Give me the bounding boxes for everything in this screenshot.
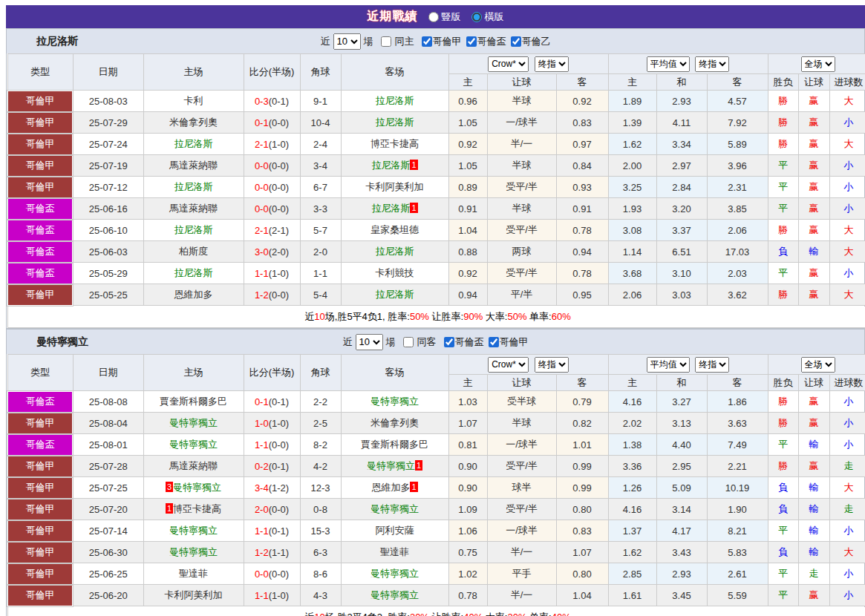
games-count-select[interactable]: 10 [356, 334, 383, 350]
layout-option-horizontal[interactable]: 橫版 [471, 10, 504, 24]
corner-count: 8-6 [300, 563, 341, 585]
result-goals: 小 [829, 198, 865, 220]
score-cell: 1-2(0-0) [244, 284, 300, 306]
score-cell: 1-1(1-0) [244, 263, 300, 284]
full-time-score: 0-1 [255, 117, 269, 128]
league-checkbox[interactable] [489, 337, 499, 347]
result-goals: 小 [829, 434, 865, 456]
col-date: 日期 [73, 355, 143, 391]
avg-draw: 3.45 [656, 585, 707, 606]
result-outcome: 勝 [768, 91, 798, 112]
col-odds-home: 主 [448, 375, 487, 391]
corner-count: 1-1 [300, 263, 341, 284]
odds-home: 0.81 [448, 434, 487, 456]
league-checkbox[interactable] [444, 337, 454, 347]
league-badge: 哥倫甲 [7, 542, 73, 563]
home-team-cell: 馬達萊納聯 [143, 456, 244, 477]
red-card-badge: 1 [410, 482, 417, 492]
full-time-score: 0-0 [255, 182, 269, 193]
scope-select[interactable]: 全场 [801, 56, 835, 72]
home-team-cell: 曼特寧獨立 [143, 434, 244, 456]
league-filter-哥倫乙[interactable]: 哥倫乙 [506, 35, 551, 48]
odds-time-select[interactable]: 终指 [535, 357, 569, 373]
games-count-select[interactable]: 10 [333, 33, 361, 50]
away-team: 卡利阿美利加 [366, 181, 424, 192]
home-team-cell: 卡利阿美利加 [143, 585, 244, 606]
odds-away: 0.92 [556, 91, 608, 112]
half-time-score: (0-1) [269, 461, 289, 472]
league-checkbox[interactable] [511, 36, 521, 47]
corner-count: 15-3 [300, 520, 341, 542]
match-date: 25-08-04 [73, 413, 143, 434]
summary-text: 90% [463, 311, 483, 322]
away-team-cell: 博亞卡捷高 [341, 134, 448, 155]
league-filter-哥倫甲[interactable]: 哥倫甲 [417, 35, 462, 48]
avg-draw: 2.97 [656, 155, 707, 177]
near-label: 近 [321, 35, 330, 48]
summary-text: 10 [314, 311, 324, 322]
corner-count: 3-4 [300, 155, 341, 177]
avg-select[interactable]: 平均值 [647, 56, 690, 72]
odds-handicap: 半球 [487, 413, 556, 434]
league-filter-哥倫盃[interactable]: 哥倫盃 [462, 35, 506, 48]
avg-home: 1.89 [608, 91, 656, 112]
match-date: 25-06-16 [73, 198, 143, 220]
matches-tbody: 哥倫甲25-08-03卡利0-3(0-1)9-1拉尼洛斯0.96半球0.921.… [7, 91, 865, 306]
league-badge: 哥倫甲 [7, 413, 73, 434]
away-team-cell: 賈奎斯科爾多巴 [341, 434, 448, 456]
corner-count: 0-8 [300, 499, 341, 520]
league-checkbox-label: 哥倫甲 [500, 335, 529, 349]
scope-select[interactable]: 全场 [801, 357, 835, 373]
corner-count: 9-1 [300, 91, 341, 112]
col-avg-home: 主 [608, 74, 656, 91]
avg-time-select[interactable]: 终指 [695, 357, 729, 373]
result-outcome: 負 [768, 241, 798, 263]
horizontal-radio[interactable] [471, 12, 482, 22]
score-cell: 0-2(0-1) [244, 456, 300, 477]
same-venue-checkbox[interactable] [403, 337, 414, 347]
avg-away: 7.92 [707, 112, 768, 134]
avg-draw: 5.09 [656, 477, 707, 499]
half-time-score: (1-0) [269, 139, 289, 150]
odds-time-select[interactable]: 终指 [535, 56, 569, 72]
avg-time-select[interactable]: 终指 [695, 56, 729, 72]
layout-option-vertical[interactable]: 豎版 [428, 10, 461, 24]
league-filter-哥倫甲[interactable]: 哥倫甲 [484, 335, 529, 349]
odds-source-select[interactable]: Crow* [488, 56, 529, 72]
league-badge: 哥倫甲 [7, 520, 73, 542]
result-goals: 大 [829, 134, 865, 155]
score-cell: 1-0(1-0) [244, 413, 300, 434]
home-team-cell: 1博亞卡捷高 [143, 499, 244, 520]
avg-away: 7.49 [707, 434, 768, 456]
table-row: 哥倫甲25-07-12拉尼洛斯0-0(0-0)6-7卡利阿美利加0.89受平/半… [7, 177, 865, 198]
summary-row: 近10场,胜5平4负1, 胜率:50% 让胜率:90% 大率:50% 单率:60… [7, 306, 865, 328]
league-filter-哥倫盃[interactable]: 哥倫盃 [440, 335, 484, 349]
full-time-score: 0-2 [255, 461, 269, 472]
full-time-score: 3-0 [255, 246, 269, 258]
score-cell: 2-1(2-1) [244, 220, 300, 241]
result-outcome: 平 [768, 263, 798, 284]
table-row: 哥倫甲25-07-253曼特寧獨立3-4(1-2)12-3恩維加多10.90球半… [7, 477, 865, 499]
odds-source-select[interactable]: Crow* [488, 357, 529, 373]
away-team: 聖達菲 [380, 546, 409, 557]
col-avg-away: 客 [707, 375, 768, 391]
red-card-badge: 1 [410, 203, 417, 213]
summary-text: 50% [507, 311, 526, 322]
league-checkbox[interactable] [422, 36, 432, 47]
odds-home: 1.09 [448, 499, 487, 520]
avg-home: 3.25 [608, 177, 656, 198]
result-handicap: 赢 [798, 263, 829, 284]
league-checkbox[interactable] [466, 36, 477, 47]
league-badge: 哥倫甲 [7, 477, 73, 499]
odds-handicap: 一/球半 [487, 520, 556, 542]
col-corner: 角球 [300, 54, 341, 91]
odds-away: 0.83 [556, 520, 608, 542]
vertical-radio[interactable] [428, 12, 439, 22]
match-date: 25-07-19 [73, 155, 143, 177]
matches-table-wrapper: 类型 日期 主场 比分(半场) 角球 客场 Crow* 终指 平均值 终指 全场 [6, 53, 865, 329]
summary-text: 近 [304, 311, 314, 322]
same-venue-checkbox[interactable] [381, 36, 391, 47]
avg-home: 1.37 [608, 520, 656, 542]
home-team-cell: 3曼特寧獨立 [143, 477, 244, 499]
avg-select[interactable]: 平均值 [647, 357, 690, 373]
